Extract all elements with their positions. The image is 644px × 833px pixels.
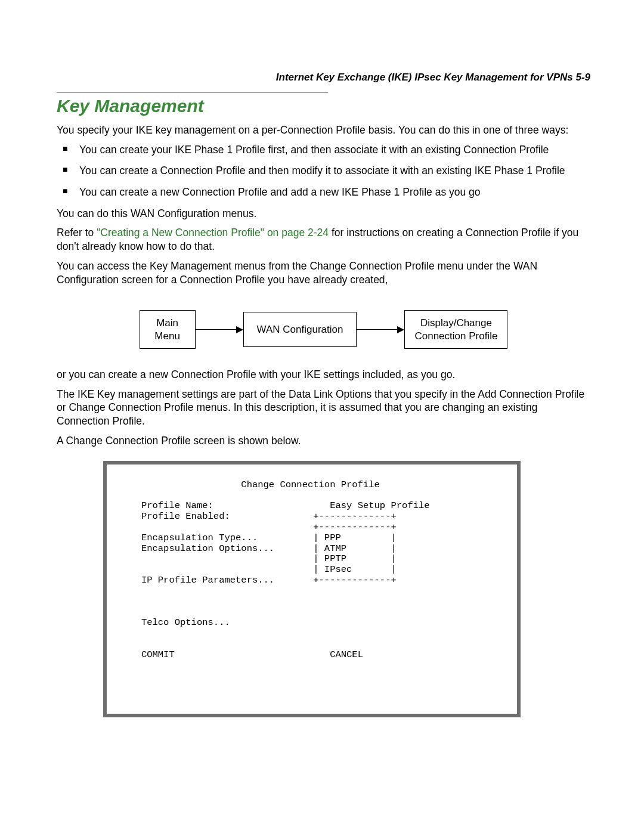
arrow-icon xyxy=(196,324,243,336)
rule xyxy=(57,92,328,92)
para-ike-settings: The IKE Key management settings are part… xyxy=(57,388,590,428)
flow-label: Menu xyxy=(154,330,180,342)
arrow-icon xyxy=(357,324,404,336)
flow-label: Connection Profile xyxy=(414,330,497,342)
flow-box-main-menu: Main Menu xyxy=(140,310,196,349)
section-title: Key Management xyxy=(57,96,590,116)
para-access: You can access the Key Management menus … xyxy=(57,259,590,287)
page: Internet Key Exchange (IKE) IPsec Key Ma… xyxy=(0,0,644,777)
para-or-create: or you can create a new Connection Profi… xyxy=(57,368,590,382)
para-wan: You can do this WAN Configuration menus. xyxy=(57,207,590,221)
flow-label: WAN Configuration xyxy=(257,324,343,335)
text: Refer to xyxy=(57,227,97,239)
running-header: Internet Key Exchange (IKE) IPsec Key Ma… xyxy=(57,72,590,83)
terminal-screen: Change Connection Profile Profile Name: … xyxy=(103,461,521,718)
flow-label: Main xyxy=(156,317,178,329)
para-refer: Refer to "Creating a New Connection Prof… xyxy=(57,226,590,253)
flow-box-wan-config: WAN Configuration xyxy=(243,312,357,347)
para-intro: You specify your IKE key management on a… xyxy=(57,123,590,137)
para-screen-below: A Change Connection Profile screen is sh… xyxy=(57,434,590,448)
list-item: You can create your IKE Phase 1 Profile … xyxy=(57,143,590,157)
cross-reference-link[interactable]: "Creating a New Connection Profile" on p… xyxy=(97,227,329,239)
flow-diagram: Main Menu WAN Configuration Display/Chan… xyxy=(57,310,590,349)
terminal-wrap: Change Connection Profile Profile Name: … xyxy=(103,461,521,718)
flow-label: Display/Change xyxy=(420,317,492,329)
bullet-list: You can create your IKE Phase 1 Profile … xyxy=(57,143,590,200)
flow-box-display-change: Display/Change Connection Profile xyxy=(404,310,507,349)
list-item: You can create a new Connection Profile … xyxy=(57,185,590,200)
list-item: You can create a Connection Profile and … xyxy=(57,164,590,178)
